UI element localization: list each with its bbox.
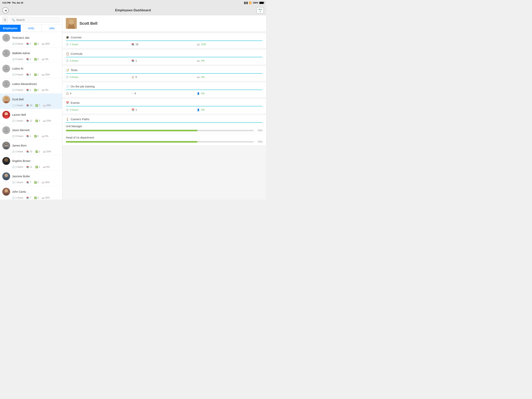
svg-point-2	[5, 67, 7, 68]
employee-stats: 🕐1 hours 📚10 ✅2 📖20%	[2, 150, 60, 153]
left-panel: ⇅ 🔍 Employees Units Jobs	[0, 15, 62, 200]
wifi-icon: 📶	[249, 1, 252, 4]
progress-bar-fill	[66, 130, 197, 131]
tests-label: Tests	[71, 68, 77, 72]
tests-count: 📋 5	[132, 76, 197, 78]
book-icon: 📚	[26, 181, 29, 184]
employee-item[interactable]: Liubov AI 🕐0 hours 📚5 ✅1 📖20%	[0, 63, 62, 78]
employee-item[interactable]: WalkMe Admin 🕐0 hours 📚1 ✅0 📖0%	[0, 47, 62, 63]
employee-stats: 🕐0 hours 📚1 ✅0 📖0%	[2, 135, 60, 138]
svg-point-22	[5, 189, 8, 193]
avatar	[2, 65, 10, 72]
employee-item[interactable]: John Cantu 🕐1 hours 📚7 ✅3 📖43%	[0, 186, 62, 200]
progress-icon: 📖	[43, 150, 46, 153]
courses-icon: 🎓	[66, 36, 69, 39]
clock-icon: 🕐	[12, 104, 15, 107]
search-input[interactable]	[16, 18, 58, 21]
courses-header: 🎓 Courses	[62, 33, 266, 40]
employee-item[interactable]: Jasmine Butler 🕐1 hours 📚7 ✅3 📖43%	[0, 170, 62, 186]
avatar	[2, 96, 10, 103]
avatar	[2, 111, 10, 119]
avatar	[2, 34, 10, 42]
employee-stats: 🕐1 hours 📚7 ✅3 📖43%	[2, 196, 60, 199]
employee-item[interactable]: Lauren Bell 🕐1 hours 📚12 ✅3 📖25%	[0, 109, 62, 124]
events-pct: 👤 0%	[197, 108, 262, 111]
curricula-icon: 📋	[66, 52, 69, 55]
employee-name: Liubov AI	[12, 67, 23, 70]
curricula-count: 📚 1	[132, 59, 197, 62]
employee-stats: 🕐1 hours 📚18 ✅7 📖28%	[2, 104, 60, 107]
back-button[interactable]: ◀	[2, 7, 9, 13]
sort-button[interactable]: ⇅	[2, 17, 8, 23]
tab-units[interactable]: Units	[21, 25, 42, 32]
careers-label: Careers Paths	[71, 117, 89, 121]
profile-header: Scott Bell	[62, 15, 266, 32]
employee-item[interactable]: Angelos Brown 🕐1 hours 📚11 ✅2 📖9%	[0, 155, 62, 170]
employee-stats: 🕐1 hours 📚12 ✅3 📖25%	[2, 119, 60, 122]
check-icon: ✅	[35, 120, 38, 122]
avatar	[2, 142, 10, 149]
clock-icon: 🕐	[66, 76, 69, 78]
check-icon: ✅	[35, 104, 38, 107]
employee-item[interactable]: Scott Bell 🕐1 hours 📚18 ✅7 📖28%	[0, 94, 62, 109]
hours-val: 0 hours	[15, 42, 23, 45]
check-icon: ✅	[35, 166, 38, 168]
svg-point-1	[5, 51, 7, 53]
events-body: 🕐 0 hours 📆 1 👤 0%	[62, 106, 266, 114]
progress-icon: 📖	[42, 135, 44, 138]
employee-item[interactable]: Liubov Alexandrovici 🕐0 hours 📚1 ✅0 📖0%	[0, 78, 62, 94]
book-icon: 📚	[26, 197, 29, 199]
status-indicators: ▐▐▐ 📶 100%	[244, 1, 264, 4]
svg-point-0	[5, 36, 7, 38]
employee-stats: 🕐0 hours 📚7 ✅3 📖29%	[2, 42, 60, 45]
employee-stats: 🕐1 hours 📚7 ✅3 📖43%	[2, 181, 60, 184]
status-date: Thu Jan 10	[12, 1, 23, 4]
career-item: Head of Us department 70%	[62, 134, 266, 145]
svg-point-10	[5, 128, 7, 130]
employee-name: Liubov Alexandrovici	[12, 82, 37, 85]
clock-icon: 🕐	[12, 135, 15, 138]
tab-jobs[interactable]: Jobs	[41, 25, 62, 32]
book-icon: 📚	[132, 43, 134, 46]
status-time: 3:21 PM	[2, 1, 11, 4]
tab-employees[interactable]: Employees	[0, 25, 21, 32]
events-hours: 🕐 0 hours	[66, 108, 132, 111]
progress-icon: 📖	[42, 181, 44, 184]
book-icon: 📚	[26, 120, 29, 122]
avatar	[2, 157, 10, 165]
employee-stats: 🕐0 hours 📚5 ✅1 📖20%	[2, 73, 60, 76]
events-icon: 📅	[66, 101, 69, 104]
courses-section: 🎓 Courses 🕐 1 hours 📚 18 📖 22%	[62, 33, 266, 48]
person-icon: 👤	[197, 92, 200, 95]
progress-icon: 📖	[42, 43, 44, 45]
progress-pct: 70%	[256, 129, 262, 132]
search-bar: ⇅ 🔍	[0, 15, 62, 25]
ojt-icon: 📄	[66, 85, 69, 88]
ojt-count1: 📋 4	[66, 92, 132, 95]
tabs-row: Employees Units Jobs	[0, 25, 62, 32]
progress-bar-bg	[66, 141, 254, 143]
svg-rect-14	[5, 144, 8, 145]
search-wrapper[interactable]: 🔍	[10, 17, 60, 23]
check-icon: ✅	[35, 150, 38, 153]
employee-name: Angelos Brown	[12, 159, 30, 162]
excel-label: 📊	[259, 11, 261, 12]
employee-item[interactable]: James Born 🕐1 hours 📚10 ✅2 📖20%	[0, 140, 62, 155]
progress-icon: 📖	[42, 58, 44, 61]
employee-item[interactable]: Jason Bennett 🕐0 hours 📚1 ✅0 📖0%	[0, 124, 62, 140]
excel-export-button[interactable]: XLS 📊	[257, 7, 264, 13]
tests-section: 📝 Tests 🕐 0 hours 📋 5 📖 0%	[62, 66, 266, 81]
careers-section: 🚶 Careers Paths Unit Manager 70% Head of…	[62, 115, 266, 145]
progress-bar-bg	[66, 130, 254, 131]
courses-body: 🕐 1 hours 📚 18 📖 22%	[62, 41, 266, 48]
ojt-section: 📄 On the job training 📋 4 ✓ 9 👤 0%	[62, 82, 266, 97]
courses-count: 📚 18	[132, 43, 197, 46]
employee-item[interactable]: TestUser1 Abc 🕐0 hours 📚7 ✅3 📖29%	[0, 32, 62, 47]
career-progress: 70%	[66, 140, 262, 143]
courses-pct: 📖 22%	[197, 43, 262, 46]
career-title: Head of Us department	[66, 136, 262, 139]
check-icon: ✅	[34, 73, 37, 76]
check-icon: ✅	[34, 58, 37, 61]
book-icon: 📚	[26, 89, 29, 91]
book-icon: 📚	[26, 135, 29, 138]
